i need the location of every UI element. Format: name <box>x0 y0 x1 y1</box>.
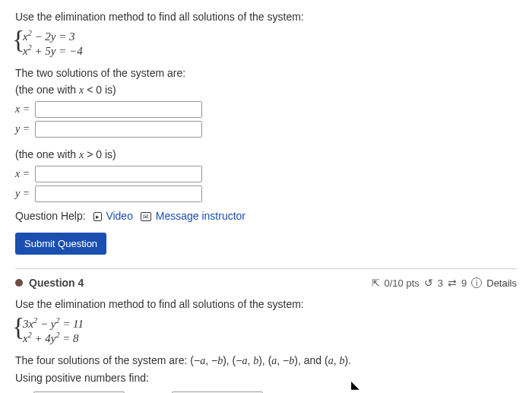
details-link[interactable]: Details <box>486 277 517 289</box>
q4-eq2: x2 + 4y2 = 8 <box>23 331 517 345</box>
q4-score: 0/10 pts <box>385 277 420 289</box>
info-icon: i <box>471 277 482 288</box>
mail-icon: ✉ <box>141 212 151 221</box>
q4-tries: 9 <box>461 277 467 289</box>
q3-system: { x2 − 2y = 3 x2 + 5y = −4 <box>23 29 517 58</box>
video-link[interactable]: Video <box>106 210 133 222</box>
check-icon: ⇱ <box>372 277 380 289</box>
q4-title: Question 4 <box>29 277 84 289</box>
video-icon: ▸ <box>93 212 102 221</box>
q3-pos-x-input[interactable] <box>35 166 202 182</box>
brace-icon: { <box>12 25 24 54</box>
q3-neg-x-input[interactable] <box>35 101 202 118</box>
help-label: Question Help: <box>15 210 86 222</box>
q4-four-solutions: The four solutions of the system are: (−… <box>15 354 517 367</box>
q3-cond-pos: (the one with x > 0 is) <box>15 148 517 161</box>
q4-system: { 3x2 − y2 = 11 x2 + 4y2 = 8 <box>23 316 517 345</box>
q4-prompt: Use the elimination method to find all s… <box>15 298 517 310</box>
q3-eq1: x2 − 2y = 3 <box>23 29 517 43</box>
q3-two-solutions: The two solutions of the system are: <box>15 67 517 79</box>
q4-eq1: 3x2 − y2 = 11 <box>23 316 517 331</box>
submit-question-button[interactable]: Submit Question <box>15 233 106 255</box>
brace-icon-2: { <box>12 312 24 341</box>
x-label-2: x = <box>15 168 35 180</box>
q4-header: Question 4 ⇱ 0/10 pts ↺ 3 ⇄ 9 i Details <box>15 277 517 289</box>
q4-attempts: 3 <box>438 277 443 289</box>
cursor-icon: ◣ <box>351 379 359 391</box>
message-instructor-link[interactable]: Message instructor <box>156 210 245 222</box>
y-label: y = <box>15 123 35 135</box>
q3-eq2: x2 + 5y = −4 <box>23 43 517 58</box>
y-label-2: y = <box>15 188 35 200</box>
q3-pos-y-input[interactable] <box>35 185 202 202</box>
q3-cond-neg: (the one with x < 0 is) <box>15 84 517 97</box>
arrows-icon: ⇄ <box>448 277 457 289</box>
question-help-row: Question Help: ▸ Video ✉ Message instruc… <box>15 210 517 222</box>
x-label: x = <box>15 103 35 116</box>
q4-using-positive: Using positive numbers find: <box>15 372 517 384</box>
q3-neg-y-input[interactable] <box>35 121 202 138</box>
retry-icon: ↺ <box>424 277 433 289</box>
question-bullet-icon <box>15 279 23 287</box>
q3-prompt: Use the elimination method to find all s… <box>15 11 517 23</box>
